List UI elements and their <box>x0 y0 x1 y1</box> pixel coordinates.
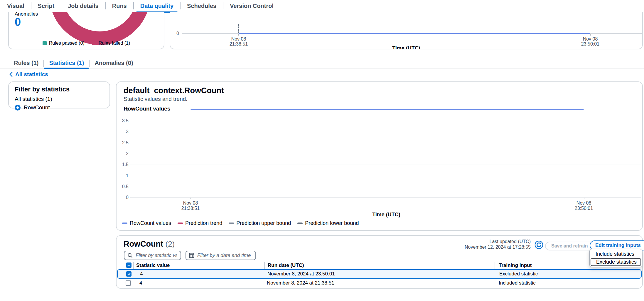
table-title: RowCount (2) <box>124 240 175 249</box>
x-label-time: 23:50:01 <box>563 206 604 211</box>
legend-rules-passed: Rules passed (0) <box>43 41 85 46</box>
filter-group-label: All statistics (1) <box>15 96 104 102</box>
x-label-time: 21:38:51 <box>170 206 211 211</box>
x-tick <box>584 198 584 199</box>
date-range-filter-input[interactable] <box>197 252 252 259</box>
mini-chart-series-line <box>239 33 590 34</box>
mini-chart-x-tick <box>238 34 239 36</box>
row-checkbox-checked[interactable] <box>126 271 132 277</box>
anomaly-trend-card: 0 Nov 08 21:38:51 Nov 08 23:50:01 Time (… <box>170 12 643 49</box>
statistic-title: default_context.RowCount <box>124 86 635 95</box>
check-icon <box>127 272 131 276</box>
statistic-radio-rowcount[interactable]: RowCount <box>15 104 104 111</box>
legend-prediction-lower-bound: Prediction lower bound <box>297 220 359 226</box>
gridline: 1 <box>130 176 641 176</box>
rowcount-values-chart: 4 3.5 3 2.5 2 1.5 1 0.5 0 Nov 08 21:38:5… <box>130 110 642 198</box>
mini-chart-x-label-2: Nov 08 23:50:01 <box>570 36 611 46</box>
x-label-date: Nov 08 <box>563 200 604 206</box>
cell-run-date: November 8, 2024 at 21:38:51 <box>267 280 334 286</box>
table-row-count: (2) <box>165 240 175 248</box>
filter-by-statistics-panel: Filter by statistics All statistics (1) … <box>8 81 110 108</box>
tab-schedules[interactable]: Schedules <box>181 0 223 12</box>
column-header-training-input[interactable]: Training input <box>499 262 532 268</box>
table-title-text: RowCount <box>124 240 163 248</box>
tab-anomalies[interactable]: Anomalies (0) <box>90 58 138 69</box>
last-updated: Last updated (UTC) November 12, 2024 at … <box>465 239 531 250</box>
tab-version-control[interactable]: Version Control <box>223 0 280 12</box>
y-tick-label: 1.5 <box>117 162 129 167</box>
y-tick-label: 3 <box>117 129 129 134</box>
rules-passed-swatch <box>43 41 47 45</box>
back-link-label: All statistics <box>15 71 48 78</box>
gridline: 1.5 <box>130 165 641 165</box>
tab-script[interactable]: Script <box>31 0 61 12</box>
statistic-value-filter-input[interactable] <box>135 252 178 259</box>
dropdown-item-include-statistics[interactable]: Include statistics <box>591 250 641 258</box>
x-label-date: Nov 08 <box>218 36 259 41</box>
x-label-date: Nov 08 <box>570 36 611 41</box>
x-tick-label-1: Nov 08 21:38:51 <box>170 200 211 211</box>
tab-data-quality[interactable]: Data quality <box>134 0 180 12</box>
radio-selected-icon[interactable] <box>15 105 21 111</box>
mini-chart-axis-title: Time (UTC) <box>170 45 642 49</box>
calendar-icon <box>189 253 194 258</box>
tab-job-details[interactable]: Job details <box>61 0 105 12</box>
table-row[interactable]: 4 November 8, 2024 at 23:50:01 Excluded … <box>117 269 642 279</box>
column-divider[interactable] <box>133 262 134 269</box>
rules-passed-label: Rules passed (0) <box>49 41 85 46</box>
rules-failed-label: Rules failed (1) <box>99 41 130 46</box>
column-divider[interactable] <box>495 262 495 269</box>
tab-rules[interactable]: Rules (1) <box>9 58 43 69</box>
last-updated-label: Last updated (UTC) <box>465 239 531 244</box>
x-axis-title: Time (UTC) <box>130 212 642 218</box>
edit-training-inputs-dropdown: Include statistics Exclude statistics <box>589 249 642 267</box>
gridline: 2 <box>130 154 641 154</box>
x-axis-line: 0 <box>130 198 641 198</box>
gridline: 0.5 <box>130 187 641 187</box>
rules-failed-swatch <box>92 41 96 45</box>
cell-run-date: November 8, 2024 at 23:50:01 <box>267 271 335 277</box>
rules-donut-legend: Rules passed (0) Rules failed (1) <box>9 41 164 46</box>
rowcount-series-line <box>190 109 584 110</box>
y-tick-label: 1 <box>117 173 129 178</box>
mini-chart-x-tick <box>590 34 591 36</box>
column-header-run-date[interactable]: Run date (UTC) <box>268 262 304 268</box>
x-tick-label-2: Nov 08 23:50:01 <box>563 200 604 211</box>
legend-swatch <box>178 223 183 224</box>
legend-prediction-trend: Prediction trend <box>178 220 222 226</box>
y-tick-label: 2 <box>117 151 129 156</box>
data-quality-page: Visual Script Job details Runs Data qual… <box>0 0 644 301</box>
chart-legend: RowCount values Prediction trend Predict… <box>122 220 359 226</box>
save-and-retrain-button[interactable]: Save and retrain <box>545 242 594 250</box>
row-checkbox-unchecked[interactable] <box>126 280 131 286</box>
table-row[interactable]: 4 November 8, 2024 at 21:38:51 Included … <box>117 279 642 287</box>
statistic-value-filter[interactable] <box>124 251 181 260</box>
date-range-filter[interactable] <box>186 251 256 260</box>
filter-panel-title: Filter by statistics <box>15 86 104 93</box>
dropdown-item-exclude-statistics[interactable]: Exclude statistics <box>591 258 641 266</box>
edit-button-label: Edit training inputs <box>595 243 641 248</box>
tab-visual[interactable]: Visual <box>1 0 31 12</box>
refresh-button[interactable] <box>535 240 543 249</box>
search-icon <box>127 253 133 258</box>
tab-statistics[interactable]: Statistics (1) <box>44 58 89 69</box>
statistic-subtitle: Statistic values and trend. <box>124 96 635 102</box>
legend-prediction-upper-bound: Prediction upper bound <box>229 220 291 226</box>
select-all-checkbox[interactable] <box>126 262 132 268</box>
cell-statistic-value: 4 <box>140 271 143 277</box>
all-statistics-back-link[interactable]: All statistics <box>9 71 48 78</box>
tab-runs[interactable]: Runs <box>106 0 133 12</box>
column-header-statistic-value[interactable]: Statistic value <box>136 262 170 268</box>
legend-label: Prediction lower bound <box>305 220 359 226</box>
gridline: 3 <box>130 132 641 132</box>
radio-label: RowCount <box>24 104 50 111</box>
anomalies-count: 0 <box>15 16 21 29</box>
mini-chart-y-tick: 0 <box>171 31 179 36</box>
x-tick <box>190 198 191 199</box>
y-tick-label: 3.5 <box>117 118 129 123</box>
cell-training-input: Included statistic <box>499 280 536 286</box>
column-divider[interactable] <box>264 262 265 269</box>
indeterminate-icon <box>127 263 131 267</box>
mini-chart-cursor-line <box>238 24 239 33</box>
cell-training-input: Excluded statistic <box>499 271 538 277</box>
